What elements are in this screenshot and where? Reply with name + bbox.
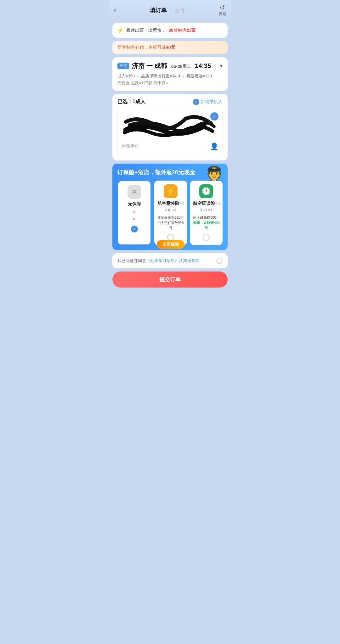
insurance-none-name: 无保障 (128, 201, 141, 207)
terms-text: 我已阅读并同意《机票预订须知》及其他条款 (117, 258, 199, 264)
insurance-accident-desc: 航意最高赔320万 个人责任事故赔5万 (157, 215, 184, 231)
flight-details: 成人¥350 ＋ 品质保障出行宝¥34.9 ＋ 机建燃油¥120 无餐食 退改¥… (117, 73, 223, 87)
insurance-accident-radio[interactable] (167, 234, 174, 241)
insurance-accident-price: ¥30 x1 (164, 208, 177, 212)
speed-ticket-card: ⚡ 极速出票：出票快， 80分钟内出票 (112, 23, 228, 38)
contact-phone-row[interactable]: 联系手机 👤 (122, 141, 218, 153)
back-button[interactable]: ‹ (114, 6, 116, 14)
insurance-delay-name: 航空延误险 ⓘ (193, 201, 220, 206)
speed-text: 极速出票：出票快， (126, 28, 166, 33)
insurance-none-radio[interactable]: ✓ (131, 226, 138, 232)
add-passenger-button[interactable]: + 新增乘机人 (193, 99, 223, 105)
feedback-label: 反馈 (219, 11, 226, 17)
passenger-card: 已选：1成人 + 新增乘机人 ✓ (112, 94, 228, 160)
flight-card: 经停 济南 一 成都 05-28周二 14:35 ▾ 成人¥350 ＋ 品质保障… (112, 57, 228, 91)
contact-phone-label: 联系手机 (122, 144, 139, 149)
insurance-options: ✕ 无保障 × × ✓ ⚡ 航空意外险 ⓘ ¥30 x1 航意最高赔320万 个… (117, 181, 223, 245)
insurance-none-icon: ✕ (128, 185, 141, 199)
terms-link[interactable]: 《机票预订须知》及其他条款 (146, 258, 199, 263)
terms-row: 我已阅读并同意《机票预订须知》及其他条款 (112, 253, 228, 268)
flight-header: 经停 济南 一 成都 05-28周二 14:35 ▾ (117, 62, 223, 70)
insurance-option-none[interactable]: ✕ 无保障 × × ✓ (117, 181, 151, 245)
terms-radio[interactable] (216, 258, 223, 264)
submit-button[interactable]: 提交订单 (112, 272, 228, 288)
insurance-delay-desc: 延误最高赔500元 备降、返航赔400元 (193, 215, 220, 231)
insurance-banner: 订保险+酒店，额外返20元现金 🧑‍✈️ ✕ 无保障 × × ✓ ⚡ 航空意外险… (112, 164, 228, 250)
add-passenger-icon: + (193, 99, 199, 105)
promo-text: 新客特惠补贴，本单可减 (117, 45, 166, 50)
passenger-info: ✓ 联系手机 👤 (117, 109, 223, 156)
promo-red: 40元 (166, 45, 175, 50)
insurance-delay-radio[interactable] (203, 234, 210, 241)
page-title: 填订单 － 支付 (150, 7, 185, 14)
bottom-bar: 提交订单 (112, 272, 228, 294)
stop-badge: 经停 (117, 63, 129, 69)
full-protect-badge: 全面保障 (157, 240, 184, 249)
insurance-accident-name: 航空意外险 ⓘ (157, 201, 184, 206)
flight-route: 济南 一 成都 05-28周二 14:35 (132, 62, 211, 70)
insurance-delay-price: ¥30 x1 (200, 208, 212, 212)
speed-icon: ⚡ (117, 27, 124, 33)
header: ‹ 填订单 － 支付 ↺ 反馈 (109, 0, 231, 20)
speed-red-text: 80分钟内出票 (168, 28, 196, 33)
passenger-avatar-icon: 👤 (210, 143, 218, 151)
insurance-accident-icon: ⚡ (164, 184, 178, 198)
insurance-none-desc: × × (133, 208, 136, 222)
feedback-button[interactable]: ↺ 反馈 (219, 4, 226, 17)
insurance-delay-icon: 🕐 (199, 184, 213, 198)
flight-expand-icon[interactable]: ▾ (220, 63, 223, 69)
feedback-icon: ↺ (220, 4, 225, 11)
scribble-svg (123, 112, 217, 141)
main-content: ⚡ 极速出票：出票快， 80分钟内出票 新客特惠补贴，本单可减40元 经停 济南… (109, 20, 231, 297)
add-passenger-label: 新增乘机人 (201, 99, 223, 105)
passenger-count: 已选：1成人 (117, 98, 145, 105)
passenger-redacted (122, 112, 218, 141)
insurance-option-delay[interactable]: 🕐 航空延误险 ⓘ ¥30 x1 延误最高赔500元 备降、返航赔400元 (190, 181, 223, 245)
promo-banner: 新客特惠补贴，本单可减40元 (112, 41, 228, 54)
insurance-option-accident[interactable]: ⚡ 航空意外险 ⓘ ¥30 x1 航意最高赔320万 个人责任事故赔5万 全面保… (154, 181, 187, 245)
